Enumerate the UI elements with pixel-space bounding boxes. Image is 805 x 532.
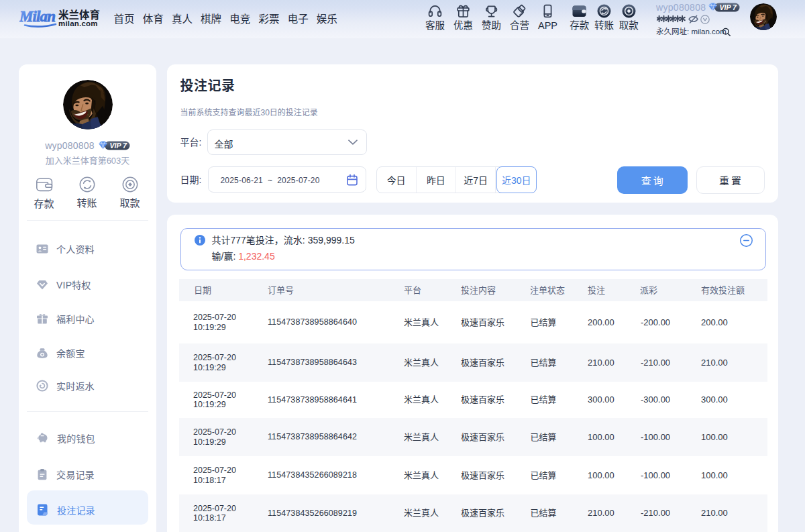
svg-text:Milan: Milan xyxy=(19,8,56,25)
